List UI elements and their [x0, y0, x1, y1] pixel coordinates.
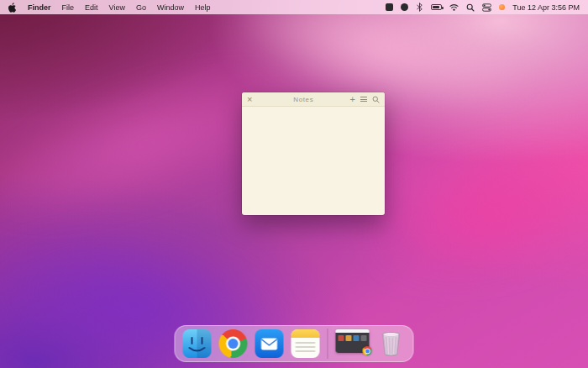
spotlight-search-icon[interactable]: [466, 3, 475, 12]
notes-window-titlebar[interactable]: × Notes +: [242, 92, 385, 107]
menu-bar: Finder File Edit View Go Window Help: [0, 0, 588, 14]
menu-edit[interactable]: Edit: [85, 3, 98, 12]
notes-search-icon[interactable]: [372, 92, 380, 107]
menu-help[interactable]: Help: [195, 3, 211, 12]
close-icon[interactable]: ×: [247, 95, 257, 104]
menu-extra-circle-icon[interactable]: [401, 3, 408, 12]
microphone-indicator-icon: [499, 3, 505, 12]
dock-mail-icon[interactable]: [255, 329, 284, 358]
notes-window: × Notes +: [242, 92, 385, 215]
new-note-icon[interactable]: +: [350, 95, 355, 104]
dock: [175, 325, 414, 362]
menu-window[interactable]: Window: [157, 3, 184, 12]
note-body[interactable]: [242, 107, 385, 215]
menu-bar-status-area: Tue 12 Apr 3:56 PM: [386, 3, 580, 12]
notes-window-actions: +: [350, 92, 380, 107]
dock-notes-icon[interactable]: [291, 329, 320, 358]
dock-minimized-window-thumbnail[interactable]: [336, 329, 370, 358]
battery-icon[interactable]: [431, 3, 442, 12]
wifi-icon[interactable]: [449, 3, 459, 12]
apple-menu-icon[interactable]: [8, 3, 17, 13]
dock-separator: [328, 329, 328, 359]
dock-chrome-icon[interactable]: [219, 329, 248, 358]
menu-file[interactable]: File: [62, 3, 75, 12]
menu-view[interactable]: View: [109, 3, 125, 12]
menu-extra-square-icon[interactable]: [386, 3, 393, 12]
notes-window-title: Notes: [257, 96, 350, 103]
dock-finder-icon[interactable]: [183, 329, 212, 358]
dock-trash-icon[interactable]: [377, 329, 406, 358]
chrome-badge-icon: [363, 346, 372, 355]
menu-bar-left: Finder File Edit View Go Window Help: [8, 3, 210, 13]
menu-finder[interactable]: Finder: [28, 3, 51, 12]
menu-go[interactable]: Go: [136, 3, 146, 12]
notes-menu-icon[interactable]: [360, 97, 367, 102]
control-center-icon[interactable]: [482, 3, 491, 12]
desktop: Finder File Edit View Go Window Help: [0, 0, 588, 368]
bluetooth-icon[interactable]: [416, 3, 423, 12]
menu-bar-clock[interactable]: Tue 12 Apr 3:56 PM: [512, 3, 580, 12]
